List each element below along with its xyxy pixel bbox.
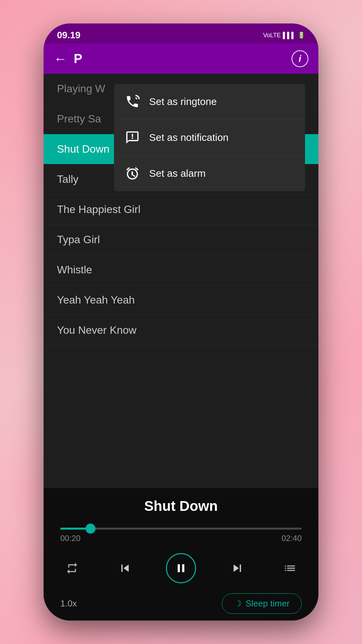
progress-fill (60, 528, 90, 530)
queue-button[interactable] (278, 556, 302, 580)
phone-frame: 09.19 VoLTE ▌▌▌ 🔋 ← P i Playing W Pretty… (44, 23, 318, 621)
progress-container: 00:20 02:40 (60, 528, 302, 543)
sleep-timer-label: Sleep timer (246, 598, 290, 609)
alarm-icon (124, 165, 141, 182)
status-time: 09.19 (57, 30, 80, 41)
context-menu-overlay: Set as ringtone Set as notification (44, 74, 318, 488)
player-section: Shut Down 00:20 02:40 (44, 488, 318, 621)
info-button[interactable]: i (292, 50, 308, 67)
progress-thumb[interactable] (85, 524, 96, 534)
previous-button[interactable] (113, 556, 137, 580)
repeat-button[interactable] (60, 556, 84, 580)
total-time: 02:40 (282, 534, 302, 543)
signal-icon: ▌▌▌ (283, 32, 296, 39)
current-time: 00:20 (60, 534, 80, 543)
player-bottom: 1.0x ☽ Sleep timer (60, 593, 302, 614)
notification-icon (124, 129, 141, 146)
status-bar: 09.19 VoLTE ▌▌▌ 🔋 (44, 23, 318, 44)
progress-track[interactable] (60, 528, 302, 530)
app-header: ← P i (44, 44, 318, 74)
ringtone-label: Set as ringtone (149, 96, 217, 107)
back-button[interactable]: ← (54, 51, 67, 66)
header-title: P (74, 52, 285, 66)
phone-ring-icon (124, 93, 141, 110)
player-title: Shut Down (60, 498, 302, 514)
speed-label[interactable]: 1.0x (60, 598, 77, 609)
notification-label: Set as notification (149, 132, 229, 143)
song-list-area: Playing W Pretty Sa Shut Down Tally The … (44, 74, 318, 488)
next-button[interactable] (226, 556, 249, 580)
battery-icon: 🔋 (298, 32, 305, 39)
moon-icon: ☽ (234, 598, 242, 609)
network-icon: VoLTE (263, 32, 281, 39)
set-as-notification-item[interactable]: Set as notification (114, 120, 305, 156)
app-content: 09.19 VoLTE ▌▌▌ 🔋 ← P i Playing W Pretty… (44, 23, 318, 621)
context-menu: Set as ringtone Set as notification (114, 84, 305, 191)
sleep-timer-button[interactable]: ☽ Sleep timer (222, 593, 302, 614)
progress-times: 00:20 02:40 (60, 534, 302, 543)
status-icons: VoLTE ▌▌▌ 🔋 (263, 32, 305, 39)
set-as-ringtone-item[interactable]: Set as ringtone (114, 84, 305, 120)
set-as-alarm-item[interactable]: Set as alarm (114, 156, 305, 191)
pause-button[interactable] (166, 553, 196, 583)
alarm-label: Set as alarm (149, 168, 205, 179)
player-controls (60, 553, 302, 583)
